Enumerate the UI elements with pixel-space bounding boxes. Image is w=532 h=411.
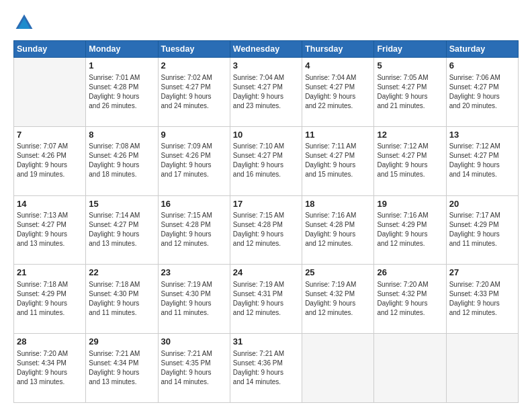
day-info: Sunrise: 7:20 AM Sunset: 4:32 PM Dayligh…	[377, 280, 443, 318]
day-number: 26	[377, 267, 443, 279]
day-number: 17	[233, 198, 299, 210]
day-info: Sunrise: 7:06 AM Sunset: 4:27 PM Dayligh…	[449, 73, 515, 111]
calendar-cell: 24Sunrise: 7:19 AM Sunset: 4:31 PM Dayli…	[230, 265, 302, 334]
day-number: 2	[161, 60, 227, 72]
day-info: Sunrise: 7:04 AM Sunset: 4:27 PM Dayligh…	[233, 73, 299, 111]
calendar-cell: 11Sunrise: 7:11 AM Sunset: 4:27 PM Dayli…	[302, 126, 374, 195]
day-number: 18	[305, 198, 371, 210]
header	[13, 12, 519, 34]
day-number: 5	[377, 60, 443, 72]
day-number: 3	[233, 60, 299, 72]
calendar-cell: 17Sunrise: 7:15 AM Sunset: 4:28 PM Dayli…	[230, 195, 302, 265]
day-number: 27	[449, 267, 515, 279]
logo-icon	[13, 12, 35, 34]
day-info: Sunrise: 7:04 AM Sunset: 4:27 PM Dayligh…	[305, 73, 371, 111]
calendar-cell: 13Sunrise: 7:12 AM Sunset: 4:27 PM Dayli…	[446, 126, 518, 195]
calendar-cell: 3Sunrise: 7:04 AM Sunset: 4:27 PM Daylig…	[230, 58, 302, 127]
calendar-cell: 4Sunrise: 7:04 AM Sunset: 4:27 PM Daylig…	[302, 58, 374, 127]
calendar-cell: 27Sunrise: 7:20 AM Sunset: 4:33 PM Dayli…	[446, 265, 518, 334]
calendar-header-tuesday: Tuesday	[158, 41, 230, 58]
day-info: Sunrise: 7:15 AM Sunset: 4:28 PM Dayligh…	[161, 211, 227, 248]
day-number: 4	[305, 60, 371, 72]
calendar-cell: 12Sunrise: 7:12 AM Sunset: 4:27 PM Dayli…	[374, 126, 446, 195]
logo	[13, 12, 39, 34]
day-info: Sunrise: 7:16 AM Sunset: 4:29 PM Dayligh…	[377, 211, 443, 248]
day-info: Sunrise: 7:19 AM Sunset: 4:31 PM Dayligh…	[233, 280, 299, 318]
day-info: Sunrise: 7:19 AM Sunset: 4:30 PM Dayligh…	[161, 280, 227, 318]
calendar-week-3: 14Sunrise: 7:13 AM Sunset: 4:27 PM Dayli…	[14, 195, 519, 265]
day-info: Sunrise: 7:07 AM Sunset: 4:26 PM Dayligh…	[17, 142, 83, 179]
calendar-cell	[374, 334, 446, 403]
day-number: 8	[89, 129, 154, 141]
calendar-cell: 1Sunrise: 7:01 AM Sunset: 4:28 PM Daylig…	[86, 58, 158, 127]
day-number: 31	[233, 336, 299, 348]
day-number: 15	[89, 198, 154, 210]
calendar-header-sunday: Sunday	[14, 41, 86, 58]
calendar-cell: 8Sunrise: 7:08 AM Sunset: 4:26 PM Daylig…	[86, 126, 158, 195]
calendar-cell: 22Sunrise: 7:18 AM Sunset: 4:30 PM Dayli…	[86, 265, 158, 334]
day-number: 12	[377, 129, 443, 141]
calendar-table: SundayMondayTuesdayWednesdayThursdayFrid…	[13, 40, 519, 403]
calendar-week-4: 21Sunrise: 7:18 AM Sunset: 4:29 PM Dayli…	[14, 265, 519, 334]
calendar-header-thursday: Thursday	[302, 41, 374, 58]
day-number: 25	[305, 267, 371, 279]
calendar-cell	[446, 334, 518, 403]
day-number: 7	[17, 129, 83, 141]
day-info: Sunrise: 7:10 AM Sunset: 4:27 PM Dayligh…	[233, 142, 299, 179]
day-info: Sunrise: 7:20 AM Sunset: 4:34 PM Dayligh…	[17, 349, 83, 387]
calendar-cell	[302, 334, 374, 403]
day-number: 11	[305, 129, 371, 141]
day-info: Sunrise: 7:21 AM Sunset: 4:34 PM Dayligh…	[89, 349, 154, 387]
day-info: Sunrise: 7:20 AM Sunset: 4:33 PM Dayligh…	[449, 280, 515, 318]
calendar-cell: 5Sunrise: 7:05 AM Sunset: 4:27 PM Daylig…	[374, 58, 446, 127]
day-number: 21	[17, 267, 83, 279]
calendar-cell	[14, 58, 86, 127]
day-info: Sunrise: 7:18 AM Sunset: 4:29 PM Dayligh…	[17, 280, 83, 318]
calendar-week-1: 1Sunrise: 7:01 AM Sunset: 4:28 PM Daylig…	[14, 58, 519, 127]
day-number: 23	[161, 267, 227, 279]
day-info: Sunrise: 7:19 AM Sunset: 4:32 PM Dayligh…	[305, 280, 371, 318]
calendar-cell: 31Sunrise: 7:21 AM Sunset: 4:36 PM Dayli…	[230, 334, 302, 403]
day-number: 9	[161, 129, 227, 141]
calendar-cell: 26Sunrise: 7:20 AM Sunset: 4:32 PM Dayli…	[374, 265, 446, 334]
day-number: 14	[17, 198, 83, 210]
day-number: 16	[161, 198, 227, 210]
day-info: Sunrise: 7:13 AM Sunset: 4:27 PM Dayligh…	[17, 211, 83, 248]
calendar-cell: 6Sunrise: 7:06 AM Sunset: 4:27 PM Daylig…	[446, 58, 518, 127]
calendar-cell: 10Sunrise: 7:10 AM Sunset: 4:27 PM Dayli…	[230, 126, 302, 195]
day-info: Sunrise: 7:14 AM Sunset: 4:27 PM Dayligh…	[89, 211, 154, 248]
day-number: 22	[89, 267, 154, 279]
calendar-cell: 9Sunrise: 7:09 AM Sunset: 4:26 PM Daylig…	[158, 126, 230, 195]
calendar-cell: 21Sunrise: 7:18 AM Sunset: 4:29 PM Dayli…	[14, 265, 86, 334]
calendar-cell: 28Sunrise: 7:20 AM Sunset: 4:34 PM Dayli…	[14, 334, 86, 403]
calendar-cell: 29Sunrise: 7:21 AM Sunset: 4:34 PM Dayli…	[86, 334, 158, 403]
calendar-cell: 23Sunrise: 7:19 AM Sunset: 4:30 PM Dayli…	[158, 265, 230, 334]
calendar-cell: 15Sunrise: 7:14 AM Sunset: 4:27 PM Dayli…	[86, 195, 158, 265]
day-info: Sunrise: 7:18 AM Sunset: 4:30 PM Dayligh…	[89, 280, 154, 318]
calendar-cell: 14Sunrise: 7:13 AM Sunset: 4:27 PM Dayli…	[14, 195, 86, 265]
day-info: Sunrise: 7:08 AM Sunset: 4:26 PM Dayligh…	[89, 142, 154, 179]
calendar-header-wednesday: Wednesday	[230, 41, 302, 58]
day-info: Sunrise: 7:01 AM Sunset: 4:28 PM Dayligh…	[89, 73, 154, 111]
day-info: Sunrise: 7:12 AM Sunset: 4:27 PM Dayligh…	[377, 142, 443, 179]
calendar-header-saturday: Saturday	[446, 41, 518, 58]
day-number: 13	[449, 129, 515, 141]
day-info: Sunrise: 7:21 AM Sunset: 4:36 PM Dayligh…	[233, 349, 299, 387]
day-number: 30	[161, 336, 227, 348]
calendar-cell: 2Sunrise: 7:02 AM Sunset: 4:27 PM Daylig…	[158, 58, 230, 127]
calendar-week-5: 28Sunrise: 7:20 AM Sunset: 4:34 PM Dayli…	[14, 334, 519, 403]
day-info: Sunrise: 7:09 AM Sunset: 4:26 PM Dayligh…	[161, 142, 227, 179]
day-number: 1	[89, 60, 154, 72]
day-info: Sunrise: 7:17 AM Sunset: 4:29 PM Dayligh…	[449, 211, 515, 248]
day-info: Sunrise: 7:12 AM Sunset: 4:27 PM Dayligh…	[449, 142, 515, 179]
day-info: Sunrise: 7:05 AM Sunset: 4:27 PM Dayligh…	[377, 73, 443, 111]
calendar-cell: 19Sunrise: 7:16 AM Sunset: 4:29 PM Dayli…	[374, 195, 446, 265]
calendar-cell: 20Sunrise: 7:17 AM Sunset: 4:29 PM Dayli…	[446, 195, 518, 265]
day-number: 20	[449, 198, 515, 210]
day-info: Sunrise: 7:02 AM Sunset: 4:27 PM Dayligh…	[161, 73, 227, 111]
day-number: 19	[377, 198, 443, 210]
day-info: Sunrise: 7:11 AM Sunset: 4:27 PM Dayligh…	[305, 142, 371, 179]
calendar-cell: 18Sunrise: 7:16 AM Sunset: 4:28 PM Dayli…	[302, 195, 374, 265]
calendar-cell: 25Sunrise: 7:19 AM Sunset: 4:32 PM Dayli…	[302, 265, 374, 334]
day-info: Sunrise: 7:15 AM Sunset: 4:28 PM Dayligh…	[233, 211, 299, 248]
